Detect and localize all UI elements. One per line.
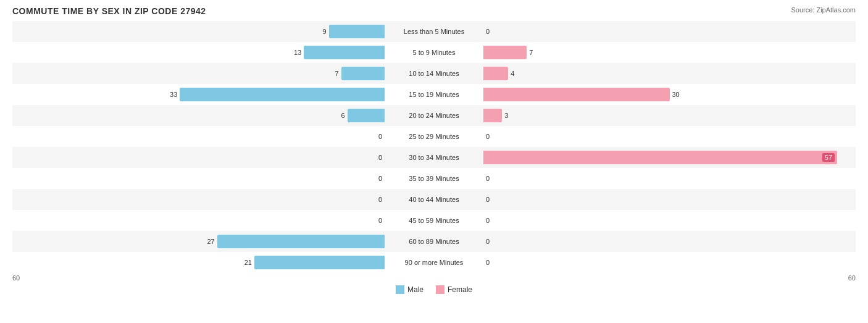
male-bar: [254, 256, 385, 269]
row-label: 15 to 19 Minutes: [385, 91, 483, 98]
male-bar: [180, 88, 385, 101]
female-bar: [483, 151, 837, 164]
row-label: 5 to 9 Minutes: [385, 49, 483, 56]
legend: Male Female: [12, 285, 856, 294]
bar-row: 135 to 9 Minutes7: [12, 42, 856, 63]
male-value: 0: [378, 175, 382, 182]
bar-row: 9Less than 5 Minutes0: [12, 21, 856, 42]
legend-male: Male: [396, 285, 424, 294]
male-value: 6: [341, 112, 345, 119]
female-value: 0: [486, 259, 490, 266]
male-value: 27: [207, 238, 214, 245]
chart-container: COMMUTE TIME BY SEX IN ZIP CODE 27942 So…: [0, 0, 868, 323]
female-bar: [483, 109, 502, 122]
bar-row: 025 to 29 Minutes0: [12, 126, 856, 147]
row-label: 25 to 29 Minutes: [385, 133, 483, 140]
female-value: 0: [486, 175, 490, 182]
row-label: 20 to 24 Minutes: [385, 112, 483, 119]
female-bar: [483, 88, 670, 101]
male-value: 33: [170, 91, 177, 98]
female-value: 7: [529, 49, 533, 56]
legend-female-label: Female: [448, 285, 472, 294]
male-value: 13: [294, 49, 301, 56]
female-value: 0: [486, 28, 490, 35]
female-value: 57: [822, 153, 835, 162]
bar-row: 2190 or more Minutes0: [12, 252, 856, 273]
male-value: 0: [378, 133, 382, 140]
legend-female-box: [436, 285, 444, 294]
female-bar: [483, 67, 508, 80]
axis-labels: 60 60: [12, 273, 856, 283]
chart-title: COMMUTE TIME BY SEX IN ZIP CODE 27942: [12, 6, 856, 16]
axis-right: 60: [848, 274, 856, 282]
bar-row: 2760 to 89 Minutes0: [12, 231, 856, 252]
male-value: 0: [378, 154, 382, 161]
male-value: 0: [378, 217, 382, 224]
legend-male-label: Male: [407, 285, 424, 294]
row-label: 30 to 34 Minutes: [385, 154, 483, 161]
female-value: 0: [486, 133, 490, 140]
source-label: Source: ZipAtlas.com: [791, 6, 856, 14]
bar-row: 040 to 44 Minutes0: [12, 189, 856, 210]
bar-row: 035 to 39 Minutes0: [12, 168, 856, 189]
bar-row: 620 to 24 Minutes3: [12, 105, 856, 126]
female-value: 0: [486, 217, 490, 224]
female-value: 0: [486, 196, 490, 203]
male-value: 0: [378, 196, 382, 203]
female-value: 3: [504, 112, 508, 119]
female-value: 30: [672, 91, 680, 98]
row-label: 45 to 59 Minutes: [385, 217, 483, 224]
male-bar: [341, 67, 385, 80]
bar-row: 710 to 14 Minutes4: [12, 63, 856, 84]
legend-male-box: [396, 285, 404, 294]
row-label: 10 to 14 Minutes: [385, 70, 483, 77]
male-value: 9: [322, 28, 326, 35]
chart-area: 9Less than 5 Minutes0135 to 9 Minutes771…: [12, 21, 856, 279]
female-bar: [483, 46, 527, 59]
bar-row: 045 to 59 Minutes0: [12, 210, 856, 231]
male-value: 21: [244, 259, 252, 266]
male-bar: [217, 235, 385, 248]
bar-row: 3315 to 19 Minutes30: [12, 84, 856, 105]
row-label: 40 to 44 Minutes: [385, 196, 483, 203]
female-value: 4: [511, 70, 514, 77]
male-bar: [329, 25, 385, 38]
rows-wrapper: 9Less than 5 Minutes0135 to 9 Minutes771…: [12, 21, 856, 273]
male-value: 7: [335, 70, 339, 77]
axis-left: 60: [12, 274, 20, 282]
male-bar: [304, 46, 385, 59]
bar-row: 030 to 34 Minutes57: [12, 147, 856, 168]
row-label: 60 to 89 Minutes: [385, 238, 483, 245]
female-value: 0: [486, 238, 490, 245]
legend-female: Female: [436, 285, 472, 294]
row-label: 90 or more Minutes: [385, 259, 483, 266]
row-label: Less than 5 Minutes: [385, 28, 483, 35]
row-label: 35 to 39 Minutes: [385, 175, 483, 182]
male-bar: [348, 109, 385, 122]
